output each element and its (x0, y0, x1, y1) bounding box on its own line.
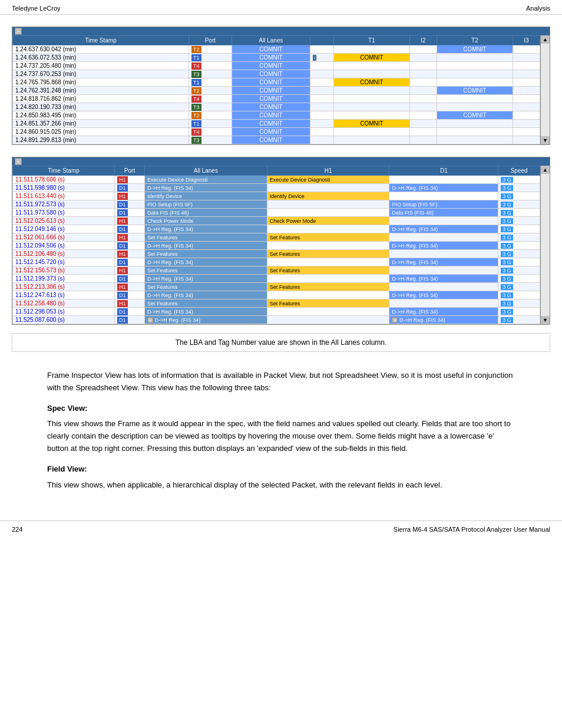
table-cell (409, 87, 437, 95)
caption-line: The LBA and Tag Number value are shown i… (12, 333, 550, 352)
time-cell: 11.525.087.600 (s) (13, 316, 115, 324)
h1-cell (267, 209, 389, 217)
port2-cell: D1 (115, 308, 145, 316)
speed-cell: 3 G (498, 242, 540, 250)
table2: Time Stamp Port All Lanes H1 D1 Speed 11… (12, 166, 540, 324)
table2-scroll-area: Time Stamp Port All Lanes H1 D1 Speed 11… (12, 166, 540, 324)
all-lanes-cell: COMNIT (232, 136, 310, 144)
info-icon: i (313, 55, 316, 61)
port-badge: T4 (191, 95, 201, 103)
col-h1 (310, 36, 334, 45)
t2-cell: COMNIT (437, 111, 513, 120)
page-footer: 224 Sierra M6-4 SAS/SATA Protocol Analyz… (0, 521, 562, 538)
port2-badge: D1 (117, 308, 128, 315)
all-lanes2-cell: D->H Reg. (FIS 34) (144, 308, 267, 316)
footer-title: Sierra M6-4 SAS/SATA Protocol Analyzer U… (394, 526, 550, 533)
table-cell (409, 128, 437, 136)
time-cell: 11.512.145.720 (s) (13, 258, 115, 266)
x-icon2[interactable]: × (392, 317, 398, 323)
port2-badge: H1 (117, 218, 128, 225)
scroll-track (541, 44, 550, 136)
header-right: Analysis (526, 5, 550, 12)
port2-badge: H1 (117, 234, 128, 241)
table-cell (513, 78, 540, 87)
h1-cell (267, 184, 389, 192)
port-cell: T2 (189, 111, 232, 120)
table-cell: 1.24.636.072.533 (min) (13, 54, 189, 62)
scroll-up-btn[interactable]: ▲ (541, 35, 550, 44)
port2-cell: D1 (115, 316, 145, 324)
col-port: Port (189, 36, 232, 45)
port-badge: T3 (191, 104, 201, 111)
h1-cell: Set Features (267, 266, 389, 275)
port2-badge: H1 (117, 300, 128, 307)
d1-cell: × D->H Reg. (FIS 34) (389, 316, 498, 324)
table1-scroll-area: Time Stamp Port All Lanes T1 I2 T2 I3 1.… (12, 35, 540, 144)
all-lanes-cell: COMNIT (232, 120, 310, 128)
t2-cell (437, 128, 513, 136)
h1-cell: Set Features (267, 299, 389, 308)
all-lanes-cell: COMNIT (232, 111, 310, 120)
d1-cell: D->H Reg. (FIS 34) (389, 258, 498, 266)
all-lanes-cell: COMNIT (232, 128, 310, 136)
all-lanes2-cell: D->H Reg. (FIS 34) (144, 184, 267, 192)
d1-cell (389, 266, 498, 275)
table-cell (409, 70, 437, 78)
table-cell (409, 95, 437, 103)
x-icon[interactable]: × (147, 317, 153, 323)
h1-icon-cell (310, 103, 334, 111)
table-cell (409, 45, 437, 54)
port-cell: T3 (189, 136, 232, 144)
t1-cell (333, 62, 409, 70)
port2-cell: H1 (115, 266, 145, 275)
t2-cell (437, 103, 513, 111)
table-cell: 1.24.860.915.025 (min) (13, 128, 189, 136)
scroll-down-btn[interactable]: ▼ (541, 136, 550, 144)
table1-close-btn[interactable]: × (15, 28, 22, 35)
speed-cell: 3 G (498, 308, 540, 316)
port-cell: T2 (189, 87, 232, 95)
scroll2-up-btn[interactable]: ▲ (541, 166, 550, 174)
h1-icon-cell (310, 62, 334, 70)
all-lanes2-cell: Check Power Mode (144, 217, 267, 225)
port2-badge: H1 (117, 251, 128, 258)
all-lanes2-cell: Set Features (144, 250, 267, 258)
table2-scrollbar[interactable]: ▲ ▼ (540, 166, 550, 324)
table2-titlebar: × (12, 157, 550, 166)
all-lanes2-cell: Set Features (144, 266, 267, 275)
table-cell (513, 87, 540, 95)
all-lanes2-cell: D->H Reg. (FIS 34) (144, 258, 267, 266)
speed-cell: 3 G (498, 225, 540, 233)
t1-cell: COMNIT (333, 120, 409, 128)
table2-close-btn[interactable]: × (15, 158, 22, 165)
speed-badge: 3 G (501, 226, 513, 232)
t2-cell: COMNIT (437, 87, 513, 95)
t1-cell: COMNIT (333, 78, 409, 87)
col-alllanes: All Lanes (232, 36, 310, 45)
table-cell (409, 54, 437, 62)
d1-cell (389, 217, 498, 225)
speed-badge: 3 G (501, 235, 513, 241)
time-cell: 11.511.973.580 (s) (13, 209, 115, 217)
port2-badge: D1 (117, 201, 128, 208)
all-lanes2-cell: Execute Device Diagnosti (144, 176, 267, 184)
port2-cell: D1 (115, 258, 145, 266)
t1-cell (333, 136, 409, 144)
time-cell: 11.512.106.480 (s) (13, 250, 115, 258)
time-cell: 11.512.061.666 (s) (13, 233, 115, 242)
table-cell (409, 103, 437, 111)
table-cell (513, 136, 540, 144)
col2-speed: Speed (498, 166, 540, 176)
d1-cell: D->H Reg. (FIS 34) (389, 308, 498, 316)
table-cell (409, 62, 437, 70)
scroll2-down-btn[interactable]: ▼ (541, 316, 550, 324)
port-cell: T4 (189, 128, 232, 136)
page-content: × Time Stamp Port All Lanes T1 I2 T2 (0, 15, 562, 509)
port2-badge: D1 (117, 185, 128, 192)
t2-cell (437, 70, 513, 78)
table1-scrollbar[interactable]: ▲ ▼ (540, 35, 550, 144)
speed-cell: 3 G (498, 200, 540, 209)
d1-cell: PIO Setup (FIS 5F) (389, 200, 498, 209)
col2-d1: D1 (389, 166, 498, 176)
port-cell: T3 (189, 103, 232, 111)
